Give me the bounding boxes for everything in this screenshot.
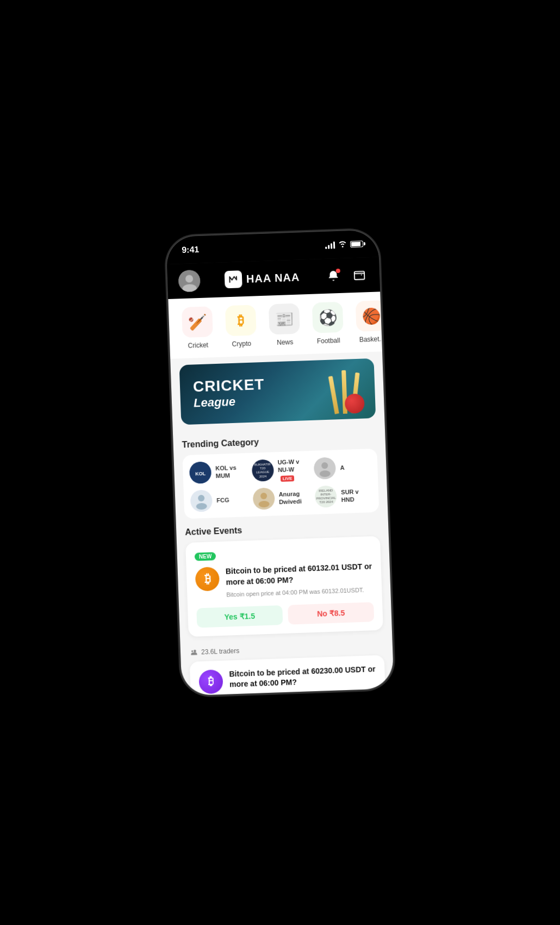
trending-grid: KOL KOL vs MUM BUKHATIR T20 LEAGUE 2024 …	[182, 448, 379, 518]
crypto-icon: ₿	[225, 305, 257, 336]
event-info-1: Bitcoin to be priced at 60132.01 USDT or…	[226, 561, 374, 599]
banner-subtitle: League	[194, 394, 265, 411]
anurag-label: Anurag Dwivedi	[278, 489, 310, 506]
news-label: News	[277, 338, 293, 346]
trending-item-a[interactable]: A	[314, 455, 371, 481]
event-content-1: ₿ Bitcoin to be priced at 60132.01 USDT …	[195, 561, 374, 600]
stump-1	[328, 376, 339, 414]
avatar[interactable]	[178, 269, 201, 291]
btc-icon-2: ₿	[198, 669, 223, 694]
football-label: Football	[317, 337, 340, 345]
svg-text:KOL: KOL	[195, 471, 206, 477]
notification-icon[interactable]	[323, 266, 343, 285]
cricket-icon: 🏏	[182, 306, 213, 338]
ug-nu-w-label: UG-W v NU-W LIVE	[277, 457, 309, 482]
category-item-crypto[interactable]: ₿ Crypto	[221, 305, 262, 348]
svg-rect-4	[354, 271, 365, 279]
fcg-avatar	[190, 489, 213, 512]
event-info-2: Bitcoin to be priced at 60230.00 USDT or…	[229, 663, 377, 696]
crypto-label: Crypto	[232, 339, 251, 347]
basketball-label: Basket...	[359, 335, 382, 344]
battery-icon	[350, 240, 363, 247]
trending-item-sur-hnd[interactable]: IRELAND INTER-PROVINCIAL T20 2024 SUR v …	[315, 484, 372, 508]
app-screen[interactable]: HAA NAA	[167, 257, 394, 696]
football-icon: ⚽	[312, 301, 344, 333]
category-section: 🏏 Cricket ₿ Crypto 📰 News ⚽ Football 🏀	[168, 291, 382, 359]
trending-item-kol-mum[interactable]: KOL KOL vs MUM	[189, 460, 247, 485]
header-icons	[323, 265, 369, 285]
yes-button-1[interactable]: Yes ₹1.5	[196, 605, 283, 627]
logo-icon	[224, 270, 242, 288]
notification-dot	[336, 268, 340, 272]
fcg-label: FCG	[216, 496, 229, 504]
category-item-news[interactable]: 📰 News	[264, 303, 305, 346]
a-label: A	[340, 464, 344, 472]
anurag-avatar	[252, 487, 275, 510]
no-button-1[interactable]: No ₹8.5	[288, 601, 374, 624]
btc-icon-1: ₿	[195, 567, 220, 592]
category-item-basketball[interactable]: 🏀 Basket...	[351, 300, 382, 343]
traders-count: 23.6L traders	[201, 647, 240, 655]
basketball-icon: 🏀	[356, 300, 382, 332]
category-item-football[interactable]: ⚽ Football	[308, 301, 349, 345]
live-badge: LIVE	[280, 475, 294, 481]
active-events-label: Active Events	[185, 525, 242, 537]
trending-label: Trending Category	[182, 437, 259, 449]
cricket-label: Cricket	[188, 341, 208, 349]
event-subtitle-1: Bitcoin open price at 04:00 PM was 60132…	[226, 586, 373, 599]
logo-area: HAA NAA	[224, 268, 300, 288]
trending-item-ug-nu-w[interactable]: BUKHATIR T20 LEAGUE 2024 UG-W v NU-W LIV…	[251, 457, 309, 483]
event-card-1[interactable]: NEW ₿ Bitcoin to be priced at 60132.01 U…	[185, 536, 383, 636]
event-actions-1: Yes ₹1.5 No ₹8.5	[196, 601, 374, 627]
banner-title: CRICKET	[192, 376, 264, 395]
banner-text: CRICKET League	[179, 364, 279, 421]
category-item-cricket[interactable]: 🏏 Cricket	[177, 306, 218, 349]
kol-avatar: KOL	[189, 461, 211, 483]
trending-item-fcg[interactable]: FCG	[190, 488, 248, 512]
ug-avatar: BUKHATIR T20 LEAGUE 2024	[251, 459, 273, 481]
wallet-icon[interactable]	[350, 265, 369, 284]
event-title-2: Bitcoin to be priced at 60230.00 USDT or…	[229, 663, 376, 690]
kol-mum-label: KOL vs MUM	[215, 463, 247, 480]
phone-frame: 9:41	[166, 229, 394, 696]
status-icons	[325, 239, 364, 249]
cricket-banner[interactable]: CRICKET League	[179, 358, 376, 424]
wifi-icon	[338, 240, 347, 249]
signal-icon	[325, 241, 335, 249]
news-icon: 📰	[269, 303, 300, 334]
trending-item-anurag[interactable]: Anurag Dwivedi	[252, 486, 310, 510]
sur-avatar: IRELAND INTER-PROVINCIAL T20 2024	[315, 485, 337, 507]
event-card-2[interactable]: ₿ Bitcoin to be priced at 60230.00 USDT …	[190, 655, 386, 696]
event-title-1: Bitcoin to be priced at 60132.01 USDT or…	[226, 561, 373, 588]
sur-hnd-label: SUR v HND	[341, 487, 372, 504]
a-avatar	[314, 457, 336, 479]
new-badge: NEW	[195, 552, 216, 561]
app-name: HAA NAA	[246, 271, 300, 285]
banner-decoration	[287, 358, 376, 421]
status-time: 9:41	[182, 244, 200, 254]
event-content-2: ₿ Bitcoin to be priced at 60230.00 USDT …	[198, 663, 377, 696]
